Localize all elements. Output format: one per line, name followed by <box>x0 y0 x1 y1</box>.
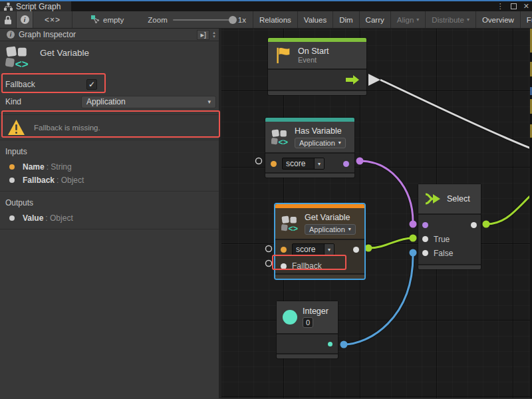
tab-title: Script Graph <box>16 2 61 11</box>
values-button[interactable]: Values <box>297 11 332 28</box>
kind-dropdown[interactable]: Application ▾ <box>81 96 216 108</box>
selection-output-port[interactable] <box>471 222 477 228</box>
integer-icon <box>283 310 297 325</box>
output-port-row: Value : Object <box>0 211 219 225</box>
zoom-value: 1x <box>238 16 246 24</box>
name-input-port[interactable] <box>281 247 287 253</box>
wire-arrowhead <box>368 74 380 86</box>
info-toggle-button[interactable]: i <box>16 11 33 28</box>
info-icon: i <box>7 31 15 39</box>
menu-icon[interactable]: ⋮ <box>497 3 504 10</box>
node-integer[interactable]: Integer 0 <box>277 301 338 358</box>
false-input-port[interactable] <box>422 250 428 256</box>
distribute-button[interactable]: Distribute▾ <box>425 11 475 28</box>
node-footer <box>275 273 364 279</box>
fallback-input-port[interactable] <box>281 263 287 269</box>
node-footer <box>418 264 481 269</box>
warning-banner: Fallback is missing. <box>0 114 219 140</box>
toolbar-toggles: i <×> <box>0 11 72 28</box>
graph-toolbar: i <×> empty Zoom 1x Relations Values Dim <box>0 11 532 29</box>
kind-dropdown[interactable]: Application▾ <box>295 138 346 148</box>
inputs-section-title: Inputs <box>0 140 219 160</box>
tab-script-graph[interactable]: Script Graph <box>0 1 71 11</box>
node-subtitle: Event <box>298 56 317 64</box>
lock-button[interactable] <box>0 11 16 28</box>
input-port-row: Name : String <box>0 160 219 174</box>
control-output-port[interactable] <box>346 74 360 85</box>
warning-icon <box>7 119 25 136</box>
unit-summary: <> Get Variable <box>0 41 219 74</box>
variable-icon: <> <box>271 129 289 146</box>
node-title: Integer <box>303 307 329 316</box>
svg-text:<>: <> <box>288 223 298 231</box>
bool-output-port[interactable] <box>343 161 349 167</box>
port-dot <box>9 164 15 170</box>
value-output-port[interactable] <box>353 247 359 253</box>
input-port-row: Fallback : Object <box>0 174 219 187</box>
chevron-down-icon: ▾ <box>207 98 211 105</box>
port-dot <box>9 178 15 183</box>
maximize-icon[interactable] <box>511 3 517 9</box>
close-icon[interactable]: ✕ <box>523 3 529 10</box>
full-screen-button[interactable]: Full Screen <box>520 11 532 28</box>
true-input-port[interactable] <box>422 236 428 242</box>
chevron-down-icon: ▾ <box>324 244 334 255</box>
node-wire-icon <box>91 15 100 24</box>
zoom-slider-handle[interactable] <box>229 16 237 24</box>
node-select[interactable]: Select True False <box>418 184 481 269</box>
relations-button[interactable]: Relations <box>253 11 297 28</box>
code-toggle-button[interactable]: <×> <box>33 11 72 28</box>
integer-value-field[interactable]: 0 <box>303 317 313 328</box>
zoom-slider[interactable] <box>173 19 234 21</box>
selection-chip[interactable]: empty <box>91 11 124 28</box>
kind-dropdown[interactable]: Application▾ <box>305 224 356 235</box>
spinner-down-icon[interactable]: ▼ <box>212 35 216 39</box>
false-port-label: False <box>434 249 453 258</box>
graph-icon <box>4 3 13 11</box>
graph-inspector-title: Graph Inspector <box>19 30 197 39</box>
node-get-variable[interactable]: <> Get Variable Application▾ score ▾ <box>275 204 364 279</box>
name-input-port[interactable] <box>271 161 277 167</box>
graph-inspector-panel: i Graph Inspector ▸] ▲ ▼ <> Get Variable <box>0 29 221 398</box>
zoom-label: Zoom <box>148 16 167 24</box>
carry-button[interactable]: Carry <box>359 11 390 28</box>
unconnected-port-ring[interactable] <box>266 246 272 252</box>
node-footer <box>265 172 354 178</box>
node-footer <box>277 353 338 358</box>
integer-output-port[interactable] <box>328 342 332 346</box>
dim-button[interactable]: Dim <box>332 11 358 28</box>
variable-name-dropdown[interactable]: score ▾ <box>292 243 334 255</box>
node-on-start[interactable]: On Start Event <box>268 38 366 95</box>
condition-input-port[interactable] <box>422 222 428 228</box>
align-button[interactable]: Align▾ <box>390 11 426 28</box>
wire-end-dot <box>410 235 417 242</box>
outputs-section-title: Outputs <box>0 192 219 211</box>
svg-text:<>: <> <box>15 58 29 68</box>
node-title: Has Variable <box>295 126 342 136</box>
kind-label: Kind <box>5 97 81 106</box>
fallback-port-label: Fallback <box>292 261 322 271</box>
fallback-checkbox[interactable]: ✓ <box>86 79 97 90</box>
lock-icon <box>4 15 12 25</box>
unconnected-port-ring[interactable] <box>266 261 272 267</box>
node-title: Get Variable <box>305 213 350 222</box>
variable-name-dropdown[interactable]: score ▾ <box>282 158 325 170</box>
info-icon: i <box>21 15 29 24</box>
graph-inspector-header: i Graph Inspector ▸] ▲ ▼ <box>0 29 219 41</box>
unit-title: Get Variable <box>40 48 89 58</box>
kind-value: Application <box>86 97 126 106</box>
variable-icon: <> <box>5 46 31 68</box>
panel-toggle-button[interactable]: ▸] <box>197 30 209 40</box>
select-icon <box>424 192 442 206</box>
node-title: Select <box>447 194 470 203</box>
overview-button[interactable]: Overview <box>475 11 520 28</box>
chevron-down-icon: ▾ <box>416 17 419 23</box>
flag-icon <box>274 46 293 65</box>
script-graph-window: Script Graph ⋮ ✕ i <×> <box>0 0 532 399</box>
graph-canvas[interactable]: On Start Event <box>221 29 532 398</box>
node-has-variable[interactable]: <> Has Variable Application▾ score ▾ <box>265 118 354 178</box>
unconnected-port-ring[interactable] <box>256 158 262 164</box>
wire-onstart-out <box>380 80 529 148</box>
panel-spinner[interactable]: ▲ ▼ <box>212 31 216 39</box>
wire-end-dot <box>365 245 372 252</box>
